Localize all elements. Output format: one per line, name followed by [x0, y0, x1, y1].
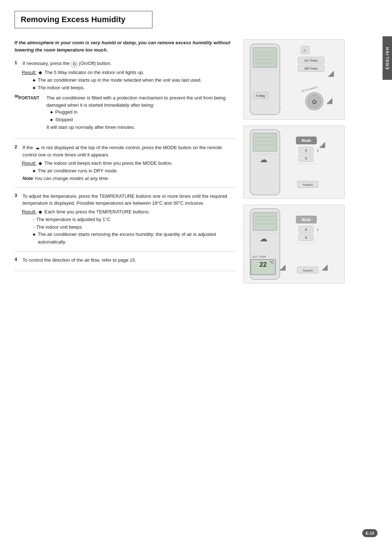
- step-2-number: 2: [15, 144, 20, 158]
- step-1-number: 1: [15, 60, 20, 68]
- step-2-bullets: The air conditioner runs in DRY mode.: [33, 167, 236, 175]
- step-3-bullets: The air conditioner starts removing the …: [33, 231, 236, 246]
- important-sub-bullets: Plugged in Stopped: [50, 109, 236, 124]
- result-label-2: Result:: [22, 160, 36, 166]
- step-3-dash-1: - The temperature is adjusted by 1°C: [33, 216, 236, 224]
- step-4-number: 4: [15, 257, 20, 264]
- text-column: If the atmosphere in your room is very h…: [15, 36, 236, 283]
- svg-text:∧: ∧: [305, 227, 308, 232]
- note-label: Note: [23, 176, 33, 181]
- step-1-bullets: The air conditioner starts up in the mod…: [33, 77, 236, 92]
- svg-text:☁: ☁: [260, 234, 268, 243]
- svg-text:∨: ∨: [305, 156, 308, 161]
- step-1-text: If necessary, press the ⏻ (On/Off) butto…: [23, 60, 236, 68]
- page-number-text: E-13: [366, 531, 374, 535]
- step-1: 1 If necessary, press the ⏻ (On/Off) but…: [15, 60, 236, 139]
- svg-text:🌡: 🌡: [316, 228, 320, 232]
- important-bullet-1: Plugged in: [50, 109, 236, 116]
- result-arrow-3: ◆: [38, 209, 42, 214]
- step-2-note: Note You can change modes at any time.: [23, 175, 236, 182]
- step-3-result: Result: ◆ Each time you press the TEMPER…: [22, 209, 236, 214]
- step-3-text: To adjust the temperature, press the TEM…: [23, 193, 236, 207]
- svg-rect-22: [253, 133, 277, 151]
- step-2: 2 If the ☁ is not displayed at the top o…: [15, 144, 236, 187]
- svg-text:▷: ▷: [304, 48, 307, 52]
- important-label: IMPORTANT: [15, 94, 44, 131]
- svg-text:22: 22: [260, 261, 267, 268]
- page-container: ENGLISH Removing Excess Humidity If the …: [0, 0, 392, 548]
- svg-text:◢: ◢: [279, 262, 286, 271]
- svg-text:◢: ◢: [319, 140, 325, 149]
- step-1-header: 1 If necessary, press the ⏻ (On/Off) but…: [15, 60, 236, 68]
- svg-text:Turbo/©: Turbo/©: [303, 269, 313, 272]
- remote-2-wrapper: ☁ Mode ◢ ∧ 🌡 ∨: [243, 126, 345, 199]
- result-label-1: Result:: [22, 70, 36, 75]
- step-3-sub: - The temperature is adjusted by 1°C - T…: [33, 216, 236, 231]
- page-title: Removing Excess Humidity: [21, 15, 146, 24]
- step-1-bullet-2: The air conditioner starts up in the mod…: [33, 77, 236, 84]
- svg-text:Mode: Mode: [302, 218, 311, 222]
- svg-text:◢: ◢: [322, 262, 328, 271]
- content-area: If the atmosphere in your room is very h…: [15, 36, 377, 283]
- svg-rect-2: [253, 48, 277, 68]
- step-3-header: 3 To adjust the temperature, press the T…: [15, 193, 236, 207]
- svg-text:Mode: Mode: [302, 139, 311, 143]
- remote-1-wrapper: ▷ On Timer Off Timer ◢ 5 Way: [243, 39, 345, 120]
- remote-1-svg: ▷ On Timer Off Timer ◢ 5 Way: [244, 40, 345, 119]
- important-bullet-2: Stopped: [50, 116, 236, 124]
- result-text-3a: Each time you press the TEMPERATURE butt…: [44, 209, 150, 214]
- side-tab: ENGLISH: [383, 36, 392, 80]
- step-2-header: 2 If the ☁ is not displayed at the top o…: [15, 144, 236, 158]
- im-prefix: IM: [15, 94, 19, 98]
- result-arrow-1: ◆: [38, 70, 42, 75]
- svg-text:⏻: ⏻: [312, 99, 317, 105]
- step-2-text: If the ☁ is not displayed at the top of …: [23, 144, 236, 158]
- side-tab-label: ENGLISH: [385, 47, 389, 70]
- remote-3-wrapper: ☁ SET TEMP 22 °C ◢ Mode ∧ 🌡: [243, 205, 345, 283]
- remote-3-svg: ☁ SET TEMP 22 °C ◢ Mode ∧ 🌡: [244, 205, 345, 283]
- result-label-3: Result:: [22, 209, 36, 214]
- step-4: 4 To control the direction of the air fl…: [15, 257, 236, 271]
- svg-text:°C: °C: [270, 261, 274, 265]
- svg-text:🌡: 🌡: [316, 148, 320, 152]
- step-3-bullet-1: The air conditioner starts removing the …: [33, 231, 236, 246]
- result-arrow-2: ◆: [38, 160, 42, 166]
- title-box: Removing Excess Humidity: [15, 11, 152, 28]
- intro-text: If the atmosphere in your room is very h…: [15, 39, 236, 53]
- step-1-result: Result: ◆ The 5 Way indicator on the ind…: [22, 70, 236, 75]
- on-timer-text: On Timer: [304, 59, 318, 62]
- step-3-dash-2: - The indoor unit beeps: [33, 224, 236, 231]
- step-1-bullet-3: The indoor unit beeps.: [33, 84, 236, 92]
- svg-text:SET TEMP: SET TEMP: [252, 255, 266, 258]
- step-3-number: 3: [15, 193, 20, 207]
- off-timer-text: Off Timer: [305, 67, 318, 70]
- important-box: IMPORTANT The air conditioner is fitted …: [15, 94, 236, 131]
- svg-text:☁: ☁: [260, 155, 268, 164]
- svg-text:5 Way: 5 Way: [256, 94, 265, 98]
- svg-text:∨: ∨: [305, 235, 308, 240]
- dry-icon: ☁: [34, 145, 40, 151]
- page-number: E-13: [362, 529, 377, 537]
- result-text-2a: The indoor unit beeps each time you pres…: [44, 160, 172, 166]
- image-column: ▷ On Timer Off Timer ◢ 5 Way: [243, 36, 352, 283]
- remote-2-svg: ☁ Mode ◢ ∧ 🌡 ∨: [244, 126, 345, 199]
- svg-text:◢: ◢: [328, 69, 334, 78]
- step-3: 3 To adjust the temperature, press the T…: [15, 193, 236, 251]
- step-2-result: Result: ◆ The indoor unit beeps each tim…: [22, 160, 236, 166]
- svg-rect-41: [253, 212, 277, 230]
- svg-text:Turbo/©: Turbo/©: [303, 183, 313, 187]
- important-text: The air conditioner is fitted with a pro…: [46, 94, 236, 131]
- onoff-icon: ⏻: [71, 61, 77, 68]
- important-footer: It will start up normally after three mi…: [46, 124, 135, 130]
- step-2-bullet-2: The air conditioner runs in DRY mode.: [33, 167, 236, 175]
- step-4-header: 4 To control the direction of the air fl…: [15, 257, 236, 264]
- step-4-text: To control the direction of the air flow…: [23, 257, 236, 264]
- svg-text:◢: ◢: [326, 96, 332, 105]
- result-text-1a: The 5 Way indicator on the indoor unit l…: [44, 70, 144, 75]
- svg-text:∧: ∧: [305, 148, 308, 153]
